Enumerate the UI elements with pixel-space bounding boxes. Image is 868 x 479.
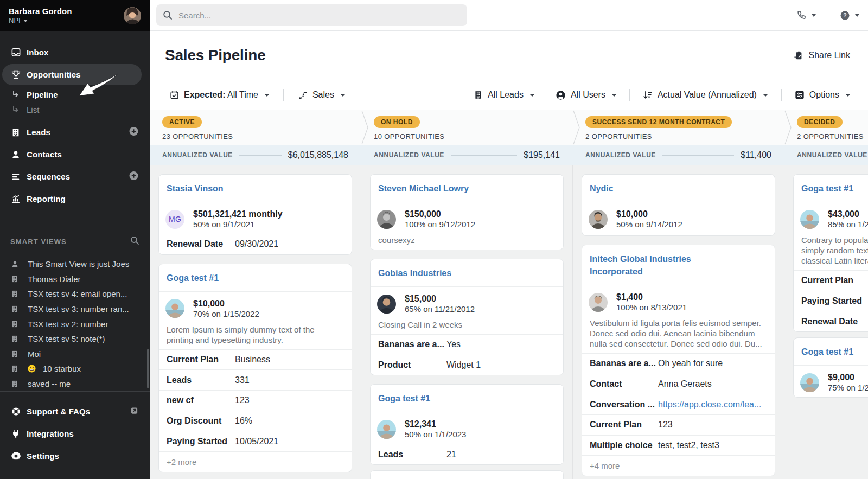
svg-text:?: ? <box>843 12 846 18</box>
